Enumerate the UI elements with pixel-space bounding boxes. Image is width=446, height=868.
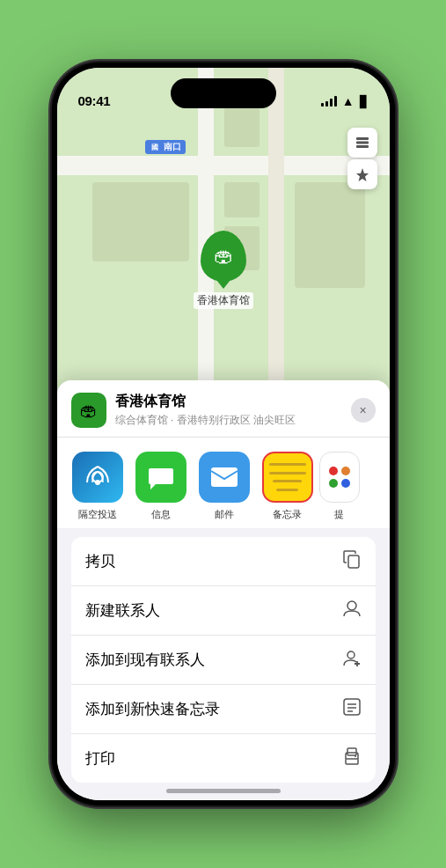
phone-frame: 09:41 ▲ ▊ 國 (52, 63, 395, 805)
phone-screen: 09:41 ▲ ▊ 國 (57, 68, 390, 800)
action-quick-note[interactable]: 添加到新快速备忘录 (71, 685, 376, 734)
more-label: 提 (334, 508, 344, 521)
notes-label: 备忘录 (273, 508, 302, 521)
svg-point-4 (95, 480, 100, 485)
location-button[interactable] (347, 159, 377, 189)
pin-label: 香港体育馆 (194, 292, 253, 309)
svg-rect-5 (211, 467, 238, 487)
map-block-1 (92, 182, 189, 261)
pin-drop-shape: 🏟 (201, 231, 246, 282)
action-list: 拷贝 新建联系人 添加到现有联系人 (71, 537, 376, 783)
sheet-header: 🏟 香港体育馆 综合体育馆 · 香港特别行政区 油尖旺区 × (57, 380, 390, 438)
venue-sub: 综合体育馆 · 香港特别行政区 油尖旺区 (115, 413, 351, 428)
action-quick-note-label: 添加到新快速备忘录 (85, 699, 220, 719)
action-new-contact[interactable]: 新建联系人 (71, 586, 376, 636)
messages-icon (135, 452, 186, 503)
close-button[interactable]: × (351, 398, 376, 423)
action-copy[interactable]: 拷贝 (71, 537, 376, 586)
venue-info: 香港体育馆 综合体育馆 · 香港特别行政区 油尖旺区 (115, 393, 351, 428)
add-contact-icon (342, 648, 362, 672)
action-print-label: 打印 (85, 748, 115, 769)
notes-icon (262, 452, 313, 503)
wifi-icon: ▲ (342, 94, 355, 108)
venue-icon: 🏟 (71, 393, 106, 428)
action-new-contact-label: 新建联系人 (85, 600, 160, 621)
more-circles (329, 452, 350, 503)
new-contact-icon (342, 599, 362, 622)
copy-icon (342, 549, 362, 573)
quick-note-icon (342, 697, 362, 721)
svg-rect-0 (356, 137, 369, 140)
share-item-messages[interactable]: 信息 (129, 452, 193, 521)
battery-icon: ▊ (360, 95, 369, 108)
airdrop-label: 隔空投送 (78, 508, 117, 521)
print-icon (342, 747, 362, 770)
svg-rect-16 (347, 748, 356, 755)
road-prefix: 國 (150, 143, 160, 151)
airdrop-icon (72, 452, 123, 503)
location-pin: 🏟 香港体育馆 (194, 231, 253, 309)
bottom-sheet: 🏟 香港体育馆 综合体育馆 · 香港特别行政区 油尖旺区 × 隔空投送 (57, 380, 390, 800)
svg-rect-11 (344, 699, 360, 715)
share-row: 隔空投送 信息 邮件 (57, 438, 390, 528)
share-item-more[interactable]: 提 (319, 452, 360, 521)
svg-rect-1 (356, 142, 369, 144)
home-indicator (166, 789, 281, 793)
road-label: 國 南口 (145, 140, 186, 154)
status-icons: ▲ ▊ (321, 94, 369, 108)
pin-venue-icon: 🏟 (214, 246, 233, 266)
map-block-2 (224, 182, 260, 217)
action-add-contact-label: 添加到现有联系人 (85, 650, 205, 670)
share-item-notes[interactable]: 备忘录 (256, 452, 319, 521)
action-add-to-contact[interactable]: 添加到现有联系人 (71, 636, 376, 685)
svg-point-7 (347, 601, 356, 610)
share-item-mail[interactable]: 邮件 (193, 452, 256, 521)
svg-rect-6 (348, 555, 359, 568)
status-time: 09:41 (78, 93, 111, 108)
svg-point-8 (347, 651, 355, 658)
map-controls (347, 128, 377, 189)
svg-point-17 (355, 755, 356, 757)
map-block-4 (295, 182, 365, 288)
action-copy-label: 拷贝 (85, 551, 115, 571)
signal-bars-icon (321, 96, 337, 107)
venue-name: 香港体育馆 (115, 393, 351, 411)
svg-rect-2 (356, 145, 369, 148)
share-item-airdrop[interactable]: 隔空投送 (66, 452, 129, 521)
svg-rect-15 (346, 759, 358, 764)
action-print[interactable]: 打印 (71, 734, 376, 783)
map-road-horizontal (57, 156, 390, 175)
map-layers-button[interactable] (347, 128, 377, 158)
road-name: 南口 (164, 142, 181, 151)
mail-icon (199, 452, 250, 503)
mail-label: 邮件 (215, 508, 234, 521)
dynamic-island (171, 78, 276, 108)
more-icon (319, 452, 360, 503)
messages-label: 信息 (151, 508, 171, 521)
